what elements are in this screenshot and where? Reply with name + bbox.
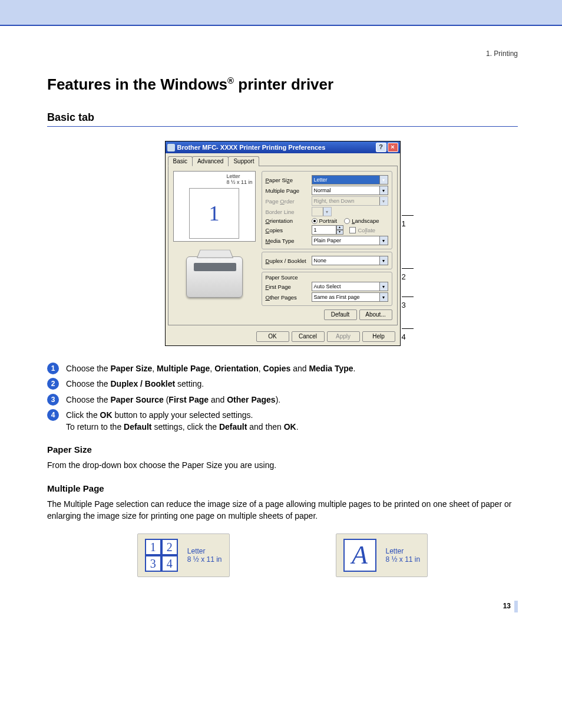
printer-illustration — [173, 249, 256, 305]
radio-portrait[interactable] — [312, 218, 318, 224]
tab-support[interactable]: Support — [228, 156, 259, 166]
group-duplex: Duplex / Booklet None▾ — [262, 252, 392, 269]
border-line-select: ▾ — [312, 207, 332, 216]
callout-2: 2 — [402, 263, 417, 281]
collate-checkbox[interactable] — [349, 227, 356, 233]
first-page-select[interactable]: Auto Select▾ — [312, 282, 388, 291]
duplex-select[interactable]: None▾ — [312, 256, 388, 265]
help-button[interactable]: Help — [362, 331, 395, 342]
preview-line1: Letter — [226, 173, 240, 179]
lbl-copies: Copies — [266, 227, 312, 233]
h3-multiple-page: Multiple Page — [47, 483, 518, 493]
section-header: 1. Printing — [47, 50, 518, 58]
cell-2: 2 — [161, 539, 178, 555]
chevron-down-icon[interactable]: ▾ — [379, 176, 388, 184]
dialog-button-row: OK Cancel Apply Help — [166, 328, 400, 345]
h3-paper-size: Paper Size — [47, 444, 518, 454]
step-2: 2 Choose the Duplex / Booklet setting. — [47, 378, 518, 390]
tabstrip: Basic Advanced Support — [166, 153, 400, 166]
title-pre: Features in the Windows — [47, 75, 227, 93]
step-bubble-4: 4 — [47, 409, 59, 421]
cell-4: 4 — [161, 555, 178, 572]
lbl-media-type: Media Type — [266, 238, 312, 244]
example-poster: A Letter 8 ½ x 11 in — [336, 533, 428, 577]
chevron-down-icon: ▾ — [379, 197, 388, 205]
step-list: 1 Choose the Paper Size, Multiple Page, … — [47, 363, 518, 433]
lbl-border-line: Border Line — [266, 209, 312, 215]
ok-button[interactable]: OK — [256, 331, 289, 342]
step-bubble-3: 3 — [47, 394, 59, 406]
lbl-first-page: First Page — [266, 284, 312, 290]
chevron-down-icon[interactable]: ▾ — [379, 293, 388, 301]
media-type-select[interactable]: Plain Paper▾ — [312, 236, 388, 245]
callout-4: 4 — [402, 324, 417, 341]
group-paper-source: Paper Source First Page Auto Select▾ Oth… — [262, 272, 392, 306]
dialog-title: Brother MFC- XXXX Printer Printing Prefe… — [177, 144, 326, 151]
step-4: 4 Click the OK button to apply your sele… — [47, 409, 518, 433]
ex2-line1: Letter — [386, 547, 404, 555]
default-button[interactable]: Default — [324, 309, 357, 320]
lbl-other-pages: Other Pages — [266, 294, 312, 301]
help-icon[interactable]: ? — [376, 143, 386, 152]
page-preview: Letter 8 ½ x 11 in 1 — [173, 171, 256, 242]
paper-size-select[interactable]: Letter▾ — [312, 175, 388, 185]
h2-basic-tab: Basic tab — [47, 111, 518, 127]
chevron-down-icon: ▾ — [323, 207, 331, 216]
radio-landscape[interactable] — [344, 218, 350, 224]
callout-3: 3 — [402, 292, 417, 309]
page-number-bar — [514, 601, 518, 612]
chevron-down-icon[interactable]: ▾ — [379, 236, 388, 245]
doc-top-bar — [0, 0, 562, 26]
chevron-down-icon[interactable]: ▾ — [379, 256, 388, 265]
page-order-select: Right, then Down▾ — [312, 196, 388, 206]
title-post: printer driver — [234, 75, 333, 93]
callout-1: 1 — [402, 210, 417, 228]
chevron-down-icon[interactable]: ▾ — [379, 186, 388, 195]
tab-basic[interactable]: Basic — [168, 156, 193, 166]
printing-preferences-dialog: Brother MFC- XXXX Printer Printing Prefe… — [165, 141, 401, 346]
example-4up: 1 2 3 4 Letter 8 ½ x 11 in — [137, 533, 230, 577]
page-number: 13 — [47, 601, 518, 612]
cell-1: 1 — [145, 539, 161, 555]
other-pages-select[interactable]: Same as First page▾ — [312, 292, 388, 302]
ex2-line2: 8 ½ x 11 in — [386, 555, 421, 564]
lbl-duplex: Duplex / Booklet — [266, 258, 312, 264]
chevron-down-icon[interactable]: ▾ — [379, 282, 388, 291]
big-a: A — [343, 539, 376, 572]
step-1: 1 Choose the Paper Size, Multiple Page, … — [47, 363, 518, 374]
lbl-orientation: Orientation — [266, 218, 312, 224]
preview-page-number: 1 — [189, 188, 239, 239]
p-multiple-page: The Multiple Page selection can reduce t… — [47, 498, 518, 522]
about-button[interactable]: About... — [359, 309, 392, 320]
example-row: 1 2 3 4 Letter 8 ½ x 11 in A Letter 8 ½ … — [47, 533, 518, 577]
lbl-collate: Collate — [358, 227, 376, 233]
ex1-line2: 8 ½ x 11 in — [187, 555, 222, 564]
step-3: 3 Choose the Paper Source (First Page an… — [47, 394, 518, 406]
step-bubble-1: 1 — [47, 363, 59, 374]
copies-spinner[interactable]: ▴▾ — [336, 225, 343, 235]
ex1-line1: Letter — [187, 547, 206, 555]
page-title: Features in the Windows® printer driver — [47, 75, 518, 94]
opt-portrait[interactable]: Portrait — [319, 218, 338, 224]
copies-input[interactable]: 1 — [312, 225, 336, 235]
dialog-figure: Brother MFC- XXXX Printer Printing Prefe… — [47, 141, 518, 346]
step-bubble-2: 2 — [47, 378, 59, 390]
lbl-paper-size: Paper Size — [266, 177, 312, 183]
lbl-page-order: Page Order — [266, 198, 312, 205]
tab-advanced[interactable]: Advanced — [192, 156, 229, 166]
legend-paper-source: Paper Source — [266, 275, 388, 281]
p-paper-size: From the drop-down box choose the Paper … — [47, 459, 518, 471]
cell-3: 3 — [145, 555, 161, 572]
cancel-button[interactable]: Cancel — [292, 331, 325, 342]
multiple-page-select[interactable]: Normal▾ — [312, 186, 388, 195]
lbl-multiple-page: Multiple Page — [266, 187, 312, 194]
close-icon[interactable]: × — [388, 143, 398, 152]
app-icon — [167, 144, 175, 151]
title-sup: ® — [227, 75, 234, 85]
apply-button: Apply — [327, 331, 360, 342]
group-main: Paper Size Letter▾ Multiple Page Normal▾… — [262, 171, 392, 249]
dialog-titlebar: Brother MFC- XXXX Printer Printing Prefe… — [166, 141, 400, 153]
opt-landscape[interactable]: Landscape — [352, 218, 379, 224]
preview-line2: 8 ½ x 11 in — [226, 179, 252, 185]
